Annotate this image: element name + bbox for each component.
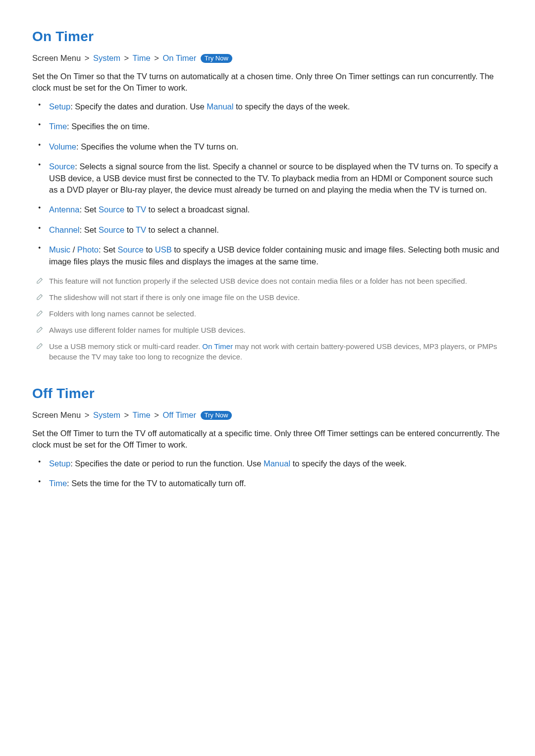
list-item: Setup: Specify the dates and duration. U… [49, 101, 503, 112]
list-text: to [124, 205, 136, 214]
list-item: Setup: Specifies the date or period to r… [49, 458, 503, 469]
pencil-icon [36, 309, 44, 319]
list-text: to specify the days of the week. [290, 459, 407, 468]
breadcrumb-system[interactable]: System [93, 53, 120, 62]
list-text: : Set [79, 225, 99, 234]
breadcrumb-off-timer[interactable]: Off Timer [162, 410, 196, 419]
note-text: Use a USB memory stick or multi-card rea… [49, 342, 202, 351]
list-text: : Specifies the volume when the TV turns… [76, 142, 238, 151]
keyword-source: Source [99, 205, 124, 214]
note-text: This feature will not function properly … [49, 277, 467, 285]
keyword-tv: TV [136, 205, 146, 214]
keyword-setup: Setup [49, 459, 70, 468]
note-item: Use a USB memory stick or multi-card rea… [49, 341, 503, 362]
keyword-on-timer: On Timer [202, 342, 233, 351]
note-item: This feature will not function properly … [49, 276, 503, 286]
pencil-icon [36, 276, 44, 287]
breadcrumb-system[interactable]: System [93, 410, 120, 419]
heading-on-timer: On Timer [32, 29, 503, 45]
keyword-manual: Manual [207, 102, 233, 111]
try-now-button[interactable]: Try Now [201, 54, 232, 63]
note-item: Folders with long names cannot be select… [49, 308, 503, 319]
list-item: Volume: Specifies the volume when the TV… [49, 141, 503, 152]
keyword-channel: Channel [49, 225, 79, 234]
list-text: to select a broadcast signal. [146, 205, 250, 214]
note-item: The slideshow will not start if there is… [49, 292, 503, 302]
list-item: Antenna: Set Source to TV to select a br… [49, 204, 503, 215]
keyword-tv: TV [136, 225, 146, 234]
keyword-source: Source [49, 162, 75, 171]
list-text: / [70, 245, 77, 254]
heading-off-timer: Off Timer [32, 386, 503, 402]
intro-off-timer: Set the Off Timer to turn the TV off aut… [32, 428, 503, 451]
list-item: Channel: Set Source to TV to select a ch… [49, 224, 503, 236]
list-text: to [124, 225, 136, 234]
keyword-usb: USB [155, 245, 172, 254]
keyword-setup: Setup [49, 102, 70, 111]
breadcrumb-sep: > [85, 410, 90, 419]
breadcrumb-off-timer: Screen Menu > System > Time > Off Timer … [32, 410, 503, 420]
list-text: : Specifies the date or period to run th… [70, 459, 264, 468]
breadcrumb-on-timer[interactable]: On Timer [162, 53, 196, 62]
notes-list-on-timer: This feature will not function properly … [32, 276, 503, 362]
pencil-icon [36, 325, 44, 336]
list-text: to [144, 245, 155, 254]
keyword-source: Source [118, 245, 144, 254]
bullet-list-off-timer: Setup: Specifies the date or period to r… [32, 458, 503, 490]
breadcrumb-sep: > [154, 410, 159, 419]
breadcrumb-on-timer: Screen Menu > System > Time > On Timer T… [32, 53, 503, 63]
list-text: : Specifies the on time. [67, 122, 150, 131]
intro-on-timer: Set the On Timer so that the TV turns on… [32, 71, 503, 94]
keyword-photo: Photo [77, 245, 99, 254]
keyword-music: Music [49, 245, 70, 254]
keyword-antenna: Antenna [49, 205, 79, 214]
note-item: Always use different folder names for mu… [49, 325, 503, 335]
list-text: : Selects a signal source from the list.… [49, 162, 498, 194]
keyword-time: Time [49, 122, 67, 131]
list-text: : Sets the time for the TV to automatica… [67, 479, 246, 488]
breadcrumb-sep: > [154, 53, 159, 62]
pencil-icon [36, 293, 44, 303]
list-text: to specify the days of the week. [233, 102, 350, 111]
list-item: Source: Selects a signal source from the… [49, 161, 503, 196]
breadcrumb-sep: > [124, 410, 129, 419]
note-text: Always use different folder names for mu… [49, 326, 246, 334]
list-item: Time: Sets the time for the TV to automa… [49, 478, 503, 489]
note-text: Folders with long names cannot be select… [49, 309, 196, 318]
keyword-volume: Volume [49, 142, 76, 151]
keyword-manual: Manual [264, 459, 290, 468]
pencil-icon [36, 342, 44, 352]
list-item: Music / Photo: Set Source to USB to spec… [49, 244, 503, 267]
list-text: : Set [99, 245, 118, 254]
breadcrumb-sep: > [85, 53, 90, 62]
bullet-list-on-timer: Setup: Specify the dates and duration. U… [32, 101, 503, 267]
list-text: to select a channel. [146, 225, 219, 234]
breadcrumb-prefix: Screen Menu [32, 53, 81, 62]
note-text: The slideshow will not start if there is… [49, 293, 300, 302]
list-text: : Specify the dates and duration. Use [70, 102, 207, 111]
breadcrumb-prefix: Screen Menu [32, 410, 81, 419]
try-now-button[interactable]: Try Now [201, 411, 232, 420]
breadcrumb-sep: > [124, 53, 129, 62]
keyword-source: Source [99, 225, 124, 234]
keyword-time: Time [49, 479, 67, 488]
breadcrumb-time[interactable]: Time [133, 53, 151, 62]
page: On Timer Screen Menu > System > Time > O… [0, 0, 535, 518]
breadcrumb-time[interactable]: Time [133, 410, 151, 419]
list-text: : Set [79, 205, 99, 214]
list-item: Time: Specifies the on time. [49, 121, 503, 132]
